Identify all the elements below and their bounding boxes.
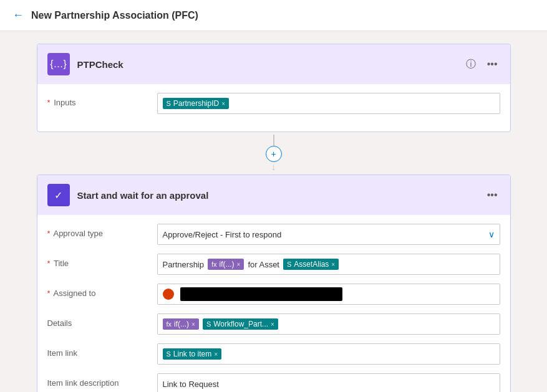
details-workflow-label: Workflow_Part... [213,320,268,328]
token-s4-icon: S [167,350,171,358]
item-link-desc-row: Item link description Link to Request [47,373,500,392]
ptpcheck-card: {…} PTPCheck ⓘ ••• * Inputs [37,44,511,132]
token-close-icon[interactable]: × [221,100,225,107]
back-button[interactable]: ← [12,9,24,22]
assigned-avatar [163,289,174,300]
details-label: Details [47,313,147,328]
fx-icon: fx [211,261,217,268]
assigned-to-label: * Assigned to [47,284,147,298]
details-row: Details fx if(...) × S Workflow_Part... … [47,313,500,335]
inputs-control[interactable]: S PartnershipID × [157,93,500,114]
details-workflow-close-icon[interactable]: × [271,321,274,328]
title-if-token[interactable]: fx if(...) × [208,259,244,270]
approval-type-label: * Approval type [47,224,147,238]
token-partnershipid-label: PartnershipID [173,99,219,108]
item-link-row: Item link S Link to item × [47,343,500,365]
approval-card-body: * Approval type Approve/Reject - First t… [37,215,510,392]
main-content: {…} PTPCheck ⓘ ••• * Inputs [0,31,547,392]
token-s3-icon: S [206,320,211,328]
details-if-close-icon[interactable]: × [191,321,195,328]
item-link-close-icon[interactable]: × [214,351,218,358]
details-control[interactable]: fx if(...) × S Workflow_Part... × [157,313,500,335]
item-link-desc-control[interactable]: Link to Request [157,373,500,392]
details-if-label: if(...) [174,320,189,328]
title-if-label: if(...) [220,260,235,269]
assigned-redacted [180,287,342,301]
title-assetalias-token[interactable]: S AssetAlias × [283,259,339,270]
token-assetalias-close-icon[interactable]: × [331,261,335,268]
title-assetalias-label: AssetAlias [294,260,329,269]
ptpcheck-more-button[interactable]: ••• [485,56,500,72]
approval-type-row: * Approval type Approve/Reject - First t… [47,224,500,245]
approval-icon: ✓ [47,184,70,206]
ptpcheck-actions: ⓘ ••• [463,55,500,74]
item-link-control[interactable]: S Link to item × [157,343,500,365]
title-static-partnership: Partnership [163,260,204,269]
ptpcheck-card-body: * Inputs S PartnershipID × [37,84,510,131]
connector-1: + ↓ [266,135,282,172]
connector-line-top [273,135,274,146]
approval-card: ✓ Start and wait for an approval ••• * A… [37,174,511,392]
ptpcheck-title: PTPCheck [77,59,456,70]
token-s-icon: S [167,100,171,107]
header: ← New Partnership Association (PFC) [0,0,547,31]
assigned-to-row: * Assigned to [47,284,500,305]
add-step-button[interactable]: + [266,146,282,162]
approval-card-header: ✓ Start and wait for an approval ••• [37,175,510,215]
page-title: New Partnership Association (PFC) [31,10,198,21]
title-control[interactable]: Partnership fx if(...) × for Asset S Ass… [157,254,500,275]
approval-actions: ••• [485,187,500,203]
title-static-forasset: for Asset [248,260,279,269]
ptpcheck-card-header: {…} PTPCheck ⓘ ••• [37,44,510,84]
title-label: * Title [47,254,147,268]
approval-type-value: Approve/Reject - First to respond [163,230,282,239]
item-link-desc-value: Link to Request [163,380,219,389]
item-link-token[interactable]: S Link to item × [163,348,222,360]
assigned-to-control[interactable] [157,284,500,305]
details-workflow-token[interactable]: S Workflow_Part... × [203,318,278,330]
ptpcheck-info-button[interactable]: ⓘ [463,55,478,74]
item-link-label: Item link [47,343,147,358]
ptpcheck-icon: {…} [47,53,70,75]
fx2-icon: fx [167,320,172,328]
item-link-desc-label: Item link description [47,373,147,388]
details-if-token[interactable]: fx if(...) × [163,318,199,330]
title-row: * Title Partnership fx if(...) × for Ass… [47,254,500,275]
approval-more-button[interactable]: ••• [485,187,500,203]
inputs-row: * Inputs S PartnershipID × [47,93,500,114]
item-link-token-label: Link to item [173,350,211,358]
inputs-label: * Inputs [47,93,147,107]
partnershipid-token[interactable]: S PartnershipID × [163,98,230,109]
token-s2-icon: S [287,261,291,268]
approval-type-select[interactable]: Approve/Reject - First to respond ∨ [157,224,500,245]
page-container: ← New Partnership Association (PFC) {…} … [0,0,547,392]
connector-arrow: ↓ [271,162,276,172]
approval-title: Start and wait for an approval [77,190,477,201]
token-if-close-icon[interactable]: × [237,261,241,268]
chevron-down-icon: ∨ [488,229,495,239]
